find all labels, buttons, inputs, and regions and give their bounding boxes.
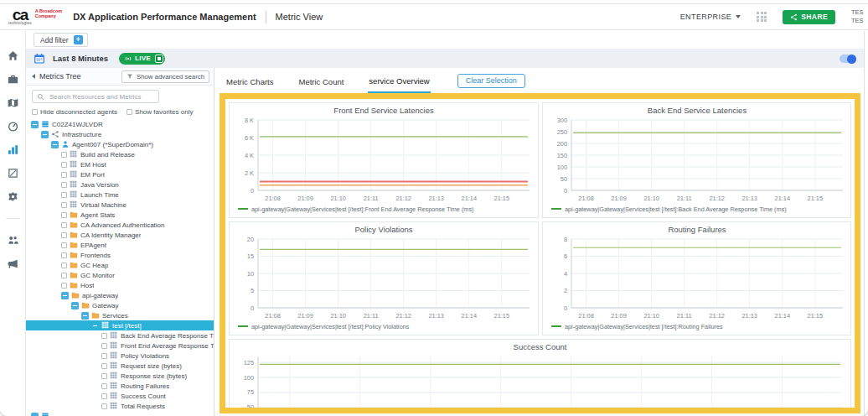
tree-row-em-port[interactable]: EM Port: [26, 169, 214, 179]
sidebar-meter-icon[interactable]: [7, 120, 19, 133]
metric-checkbox[interactable]: [61, 222, 67, 228]
tree-row-virtual-machine[interactable]: Virtual Machine: [26, 200, 214, 210]
tree-row-launch-time[interactable]: Launch Time: [26, 190, 214, 200]
sidebar-megaphone-icon[interactable]: [7, 257, 19, 270]
metric-checkbox[interactable]: [101, 343, 107, 349]
chevron-down-icon: [736, 15, 741, 18]
hide-disconnected-agents-checkbox[interactable]: Hide disconnected agents: [32, 108, 117, 116]
tree-row-front-end-average-response-time-ms[interactable]: Front End Average Response Time (ms): [26, 341, 214, 351]
chart-legend[interactable]: api-gateway|Gateway|Services|test [/test…: [238, 323, 410, 330]
tree-row-infrastructure[interactable]: Infrastructure: [26, 129, 214, 139]
tree-row-gc-monitor[interactable]: GC Monitor: [26, 270, 214, 280]
collapse-expander-icon[interactable]: [41, 131, 49, 138]
collapse-expander-icon[interactable]: [51, 141, 59, 148]
search-input[interactable]: [48, 92, 154, 101]
metric-checkbox[interactable]: [61, 283, 67, 289]
metric-checkbox[interactable]: [61, 192, 67, 198]
tree-row-frontends[interactable]: Frontends: [26, 250, 214, 260]
tree-row-label: Back End Average Response Time (ms): [121, 332, 214, 340]
metric-checkbox[interactable]: [61, 182, 67, 188]
tree-row-ca-identity-manager[interactable]: CA Identity Manager: [26, 230, 214, 240]
metric-checkbox[interactable]: [101, 403, 107, 409]
chart-legend[interactable]: api-gateway|Gateway|Services|test [/test…: [238, 205, 474, 213]
tree-row-policy-violations[interactable]: Policy Violations: [26, 351, 214, 361]
collapse-expander-icon[interactable]: [81, 312, 89, 320]
sidebar-report-icon[interactable]: [7, 167, 19, 179]
tree-row-label: Java Version: [80, 181, 119, 189]
live-stop-button[interactable]: [155, 55, 163, 63]
chart-legend[interactable]: api-gateway|Gateway|Services|test [/test…: [551, 323, 723, 330]
user-label[interactable]: TES TES: [851, 8, 868, 25]
collapse-expander-icon[interactable]: [91, 322, 99, 330]
sidebar-map-icon[interactable]: [7, 96, 19, 109]
metric-checkbox[interactable]: [61, 202, 67, 208]
tree-row-build-and-release[interactable]: Build and Release: [26, 149, 214, 159]
tab-metric-count[interactable]: Metric Count: [297, 70, 344, 92]
metric-checkbox[interactable]: [61, 263, 67, 268]
metric-checkbox[interactable]: [61, 273, 67, 278]
metric-checkbox[interactable]: [101, 333, 107, 339]
svg-text:21:08: 21:08: [265, 195, 281, 202]
show-favorites-only-checkbox[interactable]: Show favorites only: [127, 108, 193, 116]
tab-service-overview[interactable]: service Overview: [368, 69, 430, 93]
metric-checkbox[interactable]: [101, 373, 107, 379]
svg-text:21:11: 21:11: [676, 195, 691, 202]
tree-row-em-host[interactable]: EM Host: [26, 159, 214, 169]
tree-row-label: EM Port: [80, 171, 105, 179]
tree-row-java-version[interactable]: Java Version: [26, 179, 214, 190]
tree-row[interactable]: [26, 411, 214, 416]
collapse-expander-icon[interactable]: [31, 121, 39, 128]
tree-row-success-count[interactable]: Success Count: [26, 391, 214, 401]
tree-row-test-test[interactable]: test [/test]: [26, 320, 214, 330]
calendar-icon[interactable]: [34, 53, 45, 65]
tree-row-c02z41wjlvdr[interactable]: C02Z41WJLVDR: [26, 119, 214, 129]
share-button[interactable]: SHARE: [783, 10, 835, 24]
clear-selection-button[interactable]: Clear Selection: [457, 74, 525, 88]
timebar-toggle[interactable]: [840, 55, 856, 63]
metric-checkbox[interactable]: [61, 172, 67, 178]
tree-row-epagent[interactable]: EPAgent: [26, 240, 214, 250]
metric-checkbox[interactable]: [61, 162, 67, 168]
metric-checkbox[interactable]: [101, 363, 107, 369]
tree-row-request-size-bytes[interactable]: Request size (bytes): [26, 361, 214, 371]
tree-row-host[interactable]: Host: [26, 280, 214, 290]
sidebar-home-icon[interactable]: [7, 49, 19, 62]
metric-checkbox[interactable]: [61, 232, 67, 238]
apps-grid-icon[interactable]: [757, 12, 767, 22]
metric-checkbox[interactable]: [61, 252, 67, 258]
domain-selector[interactable]: ENTERPRISE: [680, 13, 741, 21]
live-badge[interactable]: LIVE: [119, 53, 165, 65]
chart-legend[interactable]: api-gateway|Gateway|Services|test [/test…: [551, 205, 787, 213]
sidebar-gear-icon[interactable]: [7, 190, 19, 203]
tree-row-agent007-superdomain[interactable]: Agent007 (*SuperDomain*): [26, 139, 214, 149]
grid-icon: [70, 180, 78, 189]
tree-row-services[interactable]: Services: [26, 310, 214, 320]
tree-row-gateway[interactable]: Gateway: [26, 300, 214, 310]
metric-checkbox[interactable]: [61, 152, 67, 158]
tree-row-label: test [/test]: [112, 322, 142, 330]
metric-checkbox[interactable]: [61, 212, 67, 218]
show-advanced-search-button[interactable]: Show advanced search: [121, 70, 209, 83]
collapse-expander-icon[interactable]: [71, 302, 79, 309]
metric-checkbox[interactable]: [61, 242, 67, 248]
sidebar-chart-icon[interactable]: [7, 143, 19, 156]
metric-checkbox[interactable]: [101, 393, 107, 399]
sidebar-briefcase-icon[interactable]: [7, 73, 19, 86]
metric-checkbox[interactable]: [101, 353, 107, 359]
collapse-expander-icon[interactable]: [31, 413, 39, 416]
tree-row-ca-advanced-authentication[interactable]: CA Advanced Authentication: [26, 220, 214, 230]
svg-text:21:14: 21:14: [774, 195, 790, 202]
tree-row-routing-failures[interactable]: Routing Failures: [26, 381, 214, 391]
tree-row-response-size-bytes[interactable]: Response size (bytes): [26, 371, 214, 381]
sidebar-group-icon[interactable]: [7, 234, 19, 247]
tab-metric-charts[interactable]: Metric Charts: [225, 70, 274, 92]
collapse-panel-icon[interactable]: [32, 74, 35, 79]
tree-row-back-end-average-response-time-ms[interactable]: Back End Average Response Time (ms): [26, 330, 214, 341]
tree-row-total-requests[interactable]: Total Requests: [26, 401, 214, 411]
tree-row-gc-heap[interactable]: GC Heap: [26, 260, 214, 270]
metric-checkbox[interactable]: [101, 383, 107, 389]
add-filter-button[interactable]: Add filter +: [34, 33, 88, 47]
tree-row-agent-stats[interactable]: Agent Stats: [26, 210, 214, 220]
collapse-expander-icon[interactable]: [61, 292, 69, 299]
tree-row-api-gateway[interactable]: api-gateway: [26, 290, 214, 300]
